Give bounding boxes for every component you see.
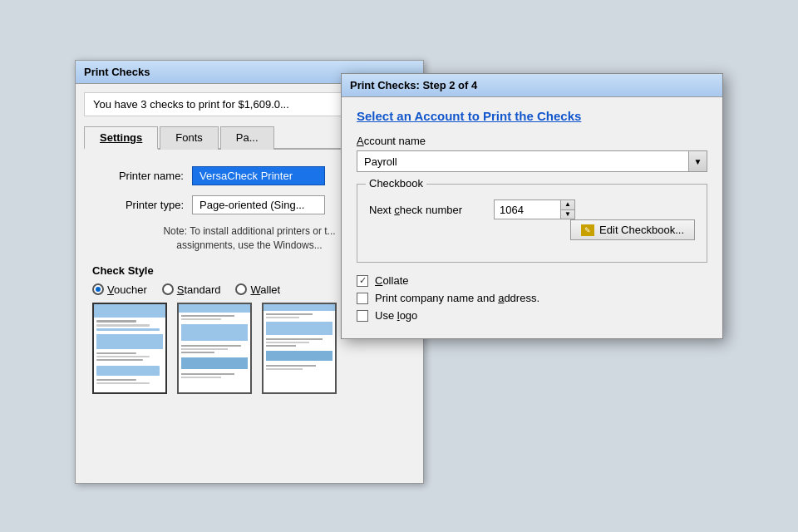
print-company-checkbox[interactable] <box>357 293 368 304</box>
dialog-heading: Select an Account to Print the Checks <box>357 109 707 123</box>
printer-type-label: Printer type: <box>92 199 184 211</box>
print-company-checkbox-row: Print company name and address. <box>357 292 707 304</box>
account-name-label: Account name <box>357 135 707 147</box>
radio-wallet[interactable]: Wallet <box>235 283 280 296</box>
printer-type-value: Page-oriented (Sing... <box>192 195 325 214</box>
radio-circle-voucher <box>92 283 104 295</box>
spinner-up-button[interactable]: ▲ <box>561 200 574 210</box>
check-thumb-standard[interactable] <box>177 303 252 394</box>
use-logo-label: Use logo <box>375 309 417 322</box>
account-dropdown-arrow[interactable]: ▼ <box>689 150 707 172</box>
checkbook-group: Checkbook Next check number ▲ ▼ ✎ Edit C… <box>357 184 707 263</box>
edit-checkbook-label: Edit Checkbook... <box>599 224 684 236</box>
print-checks-step2-dialog: Print Checks: Step 2 of 4 Select an Acco… <box>341 73 723 339</box>
radio-standard[interactable]: Standard <box>162 283 221 296</box>
edit-checkbook-icon: ✎ <box>581 224 594 236</box>
radio-wallet-label: Wallet <box>250 283 280 296</box>
check-number-row: Next check number ▲ ▼ <box>369 200 695 219</box>
edit-checkbook-row: ✎ Edit Checkbook... <box>369 219 695 240</box>
print-company-label: Print company name and address. <box>375 292 539 304</box>
account-dropdown-row: Payroll ▼ <box>357 150 707 172</box>
check-thumb-wallet[interactable] <box>262 303 337 394</box>
check-number-input[interactable] <box>494 200 560 219</box>
account-dropdown[interactable]: Payroll <box>357 150 689 172</box>
radio-standard-label: Standard <box>177 283 221 296</box>
spinner-arrows: ▲ ▼ <box>560 200 575 219</box>
edit-checkbook-button[interactable]: ✎ Edit Checkbook... <box>570 219 695 240</box>
spinner-down-button[interactable]: ▼ <box>561 210 574 219</box>
tab-settings[interactable]: Settings <box>84 126 158 150</box>
check-thumb-voucher[interactable] <box>92 303 167 394</box>
checkbook-legend: Checkbook <box>366 177 426 190</box>
fg-dialog-titlebar: Print Checks: Step 2 of 4 <box>342 74 722 97</box>
use-logo-checkbox[interactable] <box>357 310 368 322</box>
radio-voucher[interactable]: Voucher <box>92 283 147 296</box>
check-number-spinner: ▲ ▼ <box>494 200 575 219</box>
tab-pa[interactable]: Pa... <box>220 126 274 150</box>
tab-fonts[interactable]: Fonts <box>160 126 219 150</box>
collate-checkbox-row: Collate <box>357 274 707 287</box>
collate-checkbox[interactable] <box>357 275 368 287</box>
printer-name-label: Printer name: <box>92 170 184 182</box>
radio-circle-wallet <box>235 283 247 295</box>
use-logo-checkbox-row: Use logo <box>357 309 707 322</box>
next-check-number-label: Next check number <box>369 204 494 216</box>
bg-window-title: Print Checks <box>84 66 150 78</box>
radio-circle-standard <box>162 283 174 295</box>
radio-voucher-label: Voucher <box>107 283 147 296</box>
fg-dialog-title: Print Checks: Step 2 of 4 <box>350 79 477 91</box>
printer-name-value: VersaCheck Printer <box>192 166 325 185</box>
collate-label: Collate <box>375 274 408 287</box>
